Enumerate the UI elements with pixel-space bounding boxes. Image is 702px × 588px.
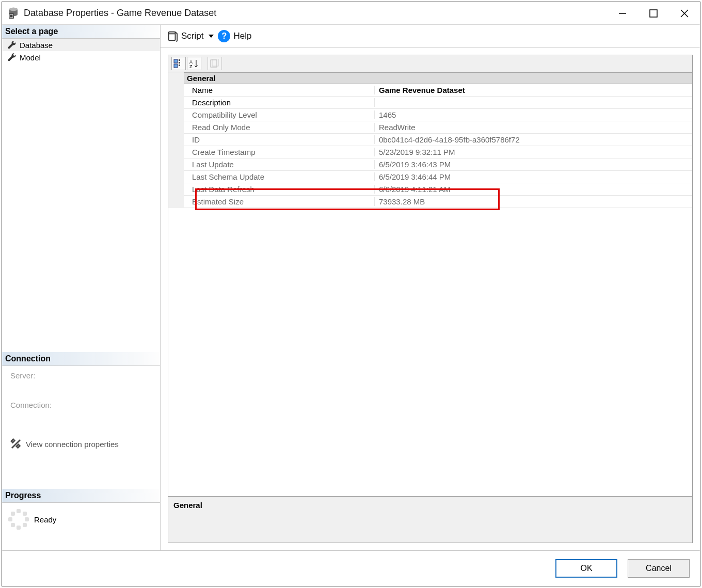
select-page-header: Select a page <box>2 25 160 39</box>
property-row[interactable]: Last Data Refresh6/6/2019 4:11:21 AM <box>184 183 692 196</box>
group-header-general[interactable]: General <box>184 72 692 84</box>
close-button[interactable] <box>669 2 700 25</box>
property-value: 1465 <box>375 110 692 119</box>
help-label: Help <box>233 31 251 41</box>
svg-rect-5 <box>650 10 657 17</box>
titlebar: Database Properties - Game Revenue Datas… <box>2 2 700 25</box>
window-title: Database Properties - Game Revenue Datas… <box>24 8 216 19</box>
wrench-icon <box>7 53 17 62</box>
svg-rect-9 <box>174 59 178 63</box>
property-key: Name <box>184 86 375 94</box>
right-pane: Script ? Help AZ <box>161 25 700 550</box>
sidebar-item-label: Model <box>20 53 41 62</box>
database-icon <box>7 6 20 20</box>
property-key: ID <box>184 135 375 144</box>
svg-point-1 <box>9 8 18 11</box>
minimize-button[interactable] <box>607 2 638 25</box>
property-value: 6/5/2019 3:46:44 PM <box>375 172 692 181</box>
property-value: 6/5/2019 3:46:43 PM <box>375 160 692 169</box>
svg-text:Z: Z <box>189 64 193 68</box>
spinner-icon <box>8 509 29 530</box>
property-value: 73933.28 MB <box>375 197 692 206</box>
property-key: Description <box>184 98 375 107</box>
wrench-icon <box>7 40 17 50</box>
right-toolbar: Script ? Help <box>161 25 700 47</box>
property-key: Read Only Mode <box>184 123 375 132</box>
property-value: 6/6/2019 4:11:21 AM <box>375 185 692 194</box>
progress-header: Progress <box>2 489 160 503</box>
help-button[interactable]: ? Help <box>218 30 251 42</box>
progress-block: Ready <box>2 503 160 530</box>
alphabetical-icon: AZ <box>189 59 199 68</box>
description-pane-label: General <box>173 501 202 510</box>
property-row[interactable]: Compatibility Level1465 <box>184 109 692 121</box>
view-connection-properties-link[interactable]: View connection properties <box>10 430 152 458</box>
svg-rect-8 <box>169 31 176 40</box>
description-pane: General <box>168 496 692 543</box>
progress-status: Ready <box>34 515 56 524</box>
property-key: Estimated Size <box>184 197 375 206</box>
window-controls <box>607 2 700 25</box>
property-row[interactable]: Description <box>184 97 692 109</box>
cancel-button[interactable]: Cancel <box>628 559 690 578</box>
chevron-down-icon <box>209 35 214 38</box>
footer: OK Cancel <box>2 550 700 586</box>
group-header-label: General <box>187 74 216 83</box>
property-key: Compatibility Level <box>184 110 375 119</box>
property-row[interactable]: Last Schema Update6/5/2019 3:46:44 PM <box>184 171 692 183</box>
help-icon: ? <box>218 30 230 42</box>
ok-button[interactable]: OK <box>555 559 617 578</box>
connection-block: Server: Connection: View connection prop… <box>2 366 160 458</box>
script-dropdown[interactable]: Script <box>167 30 214 42</box>
property-value: 0bc041c4-d2d6-4a18-95fb-a360f5786f72 <box>375 135 692 144</box>
property-key: Last Schema Update <box>184 172 375 181</box>
property-grid-toolbar: AZ <box>168 55 692 72</box>
property-key: Last Data Refresh <box>184 185 375 194</box>
property-value: Game Revenue Dataset <box>375 86 692 94</box>
database-properties-dialog: Database Properties - Game Revenue Datas… <box>2 2 700 586</box>
alphabetical-view-button[interactable]: AZ <box>187 57 201 70</box>
svg-rect-12 <box>179 62 180 63</box>
property-value: 5/23/2019 9:32:11 PM <box>375 148 692 156</box>
ok-label: OK <box>580 564 592 573</box>
connection-header: Connection <box>2 352 160 366</box>
property-row[interactable]: Last Update6/5/2019 3:46:43 PM <box>184 158 692 171</box>
cancel-label: Cancel <box>646 564 672 573</box>
sidebar-item-label: Database <box>20 41 53 50</box>
categorized-icon <box>173 59 184 68</box>
pages-icon <box>210 59 220 68</box>
property-pages-button[interactable] <box>208 57 222 70</box>
property-row[interactable]: Read Only ModeReadWrite <box>184 121 692 134</box>
property-value: ReadWrite <box>375 123 692 132</box>
maximize-button[interactable] <box>638 2 669 25</box>
sidebar-item-model[interactable]: Model <box>2 51 160 63</box>
property-key: Create Timestamp <box>184 148 375 156</box>
property-grid-body: General NameGame Revenue DatasetDescript… <box>168 72 692 496</box>
property-row[interactable]: NameGame Revenue Dataset <box>184 84 692 97</box>
property-grid-gutter <box>168 72 184 208</box>
svg-rect-13 <box>179 65 180 66</box>
sidebar-item-database[interactable]: Database <box>2 39 160 51</box>
svg-rect-10 <box>174 64 178 68</box>
sidebar: Select a page Database Model Connection … <box>2 25 161 550</box>
tools-icon <box>10 438 22 450</box>
categorized-view-button[interactable] <box>171 57 186 70</box>
property-row[interactable]: Estimated Size73933.28 MB <box>184 196 692 208</box>
view-connection-properties-label: View connection properties <box>26 440 119 449</box>
script-label: Script <box>181 31 203 41</box>
content-area: AZ <box>161 47 700 550</box>
property-key: Last Update <box>184 160 375 169</box>
script-icon <box>167 30 178 42</box>
connection-label: Connection: <box>10 401 152 409</box>
main-area: Select a page Database Model Connection … <box>2 25 700 550</box>
property-grid: AZ <box>168 55 693 543</box>
property-row[interactable]: Create Timestamp5/23/2019 9:32:11 PM <box>184 146 692 158</box>
svg-rect-11 <box>179 59 180 61</box>
server-label: Server: <box>10 371 152 380</box>
property-row[interactable]: ID0bc041c4-d2d6-4a18-95fb-a360f5786f72 <box>184 134 692 146</box>
